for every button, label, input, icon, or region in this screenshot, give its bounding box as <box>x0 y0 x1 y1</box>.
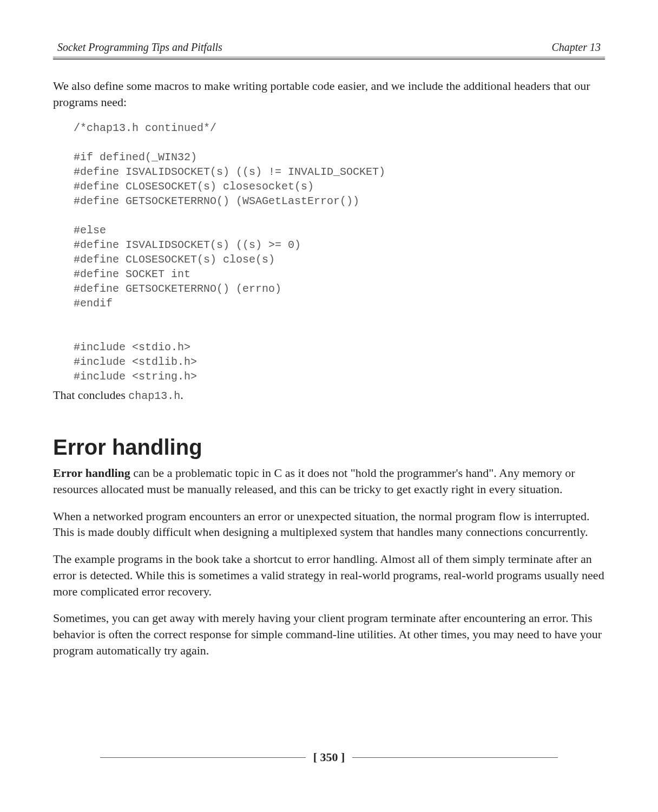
paragraph-2: When a networked program encounters an e… <box>53 508 605 540</box>
conclude-suffix: . <box>180 388 183 402</box>
paragraph-4: Sometimes, you can get away with merely … <box>53 610 605 658</box>
conclude-prefix: That concludes <box>53 388 128 402</box>
page-number: [ 350 ] <box>308 750 351 764</box>
paragraph-1-rest: can be a problematic topic in C as it do… <box>53 466 575 496</box>
code-block: /*chap13.h continued*/ #if defined(_WIN3… <box>74 121 605 384</box>
paragraph-1: Error handling can be a problematic topi… <box>53 465 605 497</box>
body: We also define some macros to make writi… <box>53 78 605 658</box>
section-heading: Error handling <box>53 433 605 462</box>
footer-rule-right <box>352 757 558 758</box>
conclude-line: That concludes chap13.h. <box>53 387 605 403</box>
page-footer: [ 350 ] <box>0 750 658 764</box>
footer-rule-left <box>100 757 306 758</box>
page: Socket Programming Tips and Pitfalls Cha… <box>0 0 658 812</box>
paragraph-3: The example programs in the book take a … <box>53 551 605 599</box>
conclude-code: chap13.h <box>128 390 180 402</box>
header-rule <box>53 57 605 60</box>
running-header-right: Chapter 13 <box>551 41 601 54</box>
intro-paragraph: We also define some macros to make writi… <box>53 78 605 110</box>
running-header-left: Socket Programming Tips and Pitfalls <box>57 41 222 54</box>
running-header: Socket Programming Tips and Pitfalls Cha… <box>53 41 605 56</box>
paragraph-1-bold: Error handling <box>53 466 130 480</box>
